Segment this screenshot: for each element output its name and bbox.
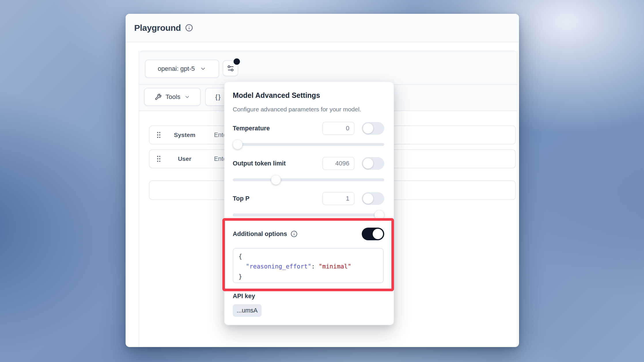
temperature-row: Temperature 0 [233,122,384,135]
json-value: "minimal" [319,263,351,270]
slider-track[interactable] [233,178,384,181]
wrench-icon [155,94,162,100]
output-token-limit-input[interactable]: 4096 [322,157,355,170]
page-header: Playground [126,14,519,42]
sliders-icon [227,64,234,72]
temperature-slider[interactable] [233,139,384,150]
chevron-down-icon [200,66,206,72]
top-p-slider[interactable] [233,210,384,220]
slider-track[interactable] [233,214,384,216]
temperature-toggle[interactable] [362,122,384,135]
message-role: User [162,155,208,162]
model-toolbar: openai: gpt-5 [139,51,517,85]
additional-options-row: Additional options [233,227,384,241]
drag-handle-icon[interactable] [156,155,162,163]
additional-options-toggle[interactable] [362,228,384,240]
additional-options-label: Additional options [233,230,355,238]
popover-subtitle: Configure advanced parameters for your m… [233,106,361,113]
output-token-limit-slider[interactable] [233,175,384,185]
top-p-label: Top P [233,195,322,202]
top-p-toggle[interactable] [362,192,384,205]
tools-button[interactable]: Tools [144,88,201,106]
slider-thumb[interactable] [271,175,281,185]
temperature-label: Temperature [233,125,322,132]
model-selector-label: openai: gpt-5 [158,65,195,73]
output-token-limit-row: Output token limit 4096 [233,157,384,170]
top-p-row: Top P 1 [233,192,384,205]
chevron-down-icon [184,94,190,100]
model-selector[interactable]: openai: gpt-5 [145,60,219,78]
additional-options-label-text: Additional options [233,230,287,238]
page-title: Playground [134,23,181,33]
popover-title: Model Advanced Settings [233,91,320,100]
info-icon [185,24,193,32]
api-key-value-badge[interactable]: ...umsA [233,304,262,317]
top-p-input[interactable]: 1 [322,192,355,205]
slider-thumb[interactable] [233,140,243,149]
output-token-limit-label: Output token limit [233,160,322,167]
toggle-knob [363,193,373,204]
output-token-limit-toggle[interactable] [362,157,384,170]
info-icon [291,230,298,237]
toggle-knob [373,229,383,239]
toggle-knob [363,158,373,169]
api-key-label: API key [233,293,255,300]
notification-dot [234,58,240,65]
json-key: "reasoning_effort" [246,263,311,270]
message-role: System [162,132,208,138]
model-advanced-settings-popover: Model Advanced Settings Configure advanc… [224,81,394,325]
model-advanced-settings-button[interactable] [223,60,238,76]
slider-track[interactable] [233,143,384,146]
temperature-input[interactable]: 0 [322,122,355,135]
tools-button-label: Tools [166,93,180,101]
slider-thumb[interactable] [374,210,384,220]
drag-handle-icon[interactable] [156,131,162,139]
additional-options-json-editor[interactable]: { "reasoning_effort": "minimal" } [233,248,384,283]
toggle-knob [363,123,373,134]
